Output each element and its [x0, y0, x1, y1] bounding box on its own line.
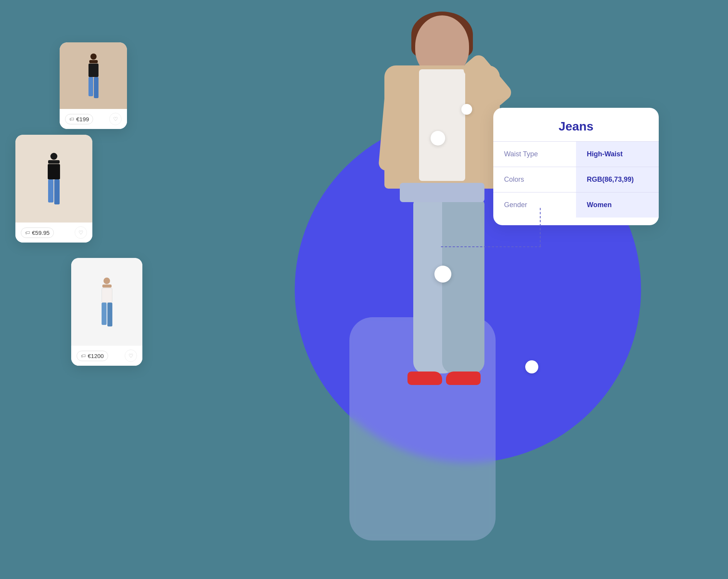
price-tag-1: 🏷 €199 — [65, 114, 93, 124]
price-tag-2: 🏷 €59.95 — [21, 228, 54, 238]
wishlist-btn-2[interactable]: ♡ — [75, 226, 87, 239]
waist-value: High-Waist — [576, 142, 659, 167]
card-2-image — [15, 135, 92, 223]
colors-value: RGB(86,73,99) — [576, 167, 659, 192]
tag-icon-3: 🏷 — [81, 353, 86, 359]
annotation-dot-shoulder — [461, 104, 472, 115]
card-1-footer: 🏷 €199 ♡ — [60, 109, 127, 129]
price-tag-3: 🏷 €1200 — [77, 351, 108, 361]
price-1: €199 — [76, 116, 89, 122]
annotation-dot-chest — [431, 131, 445, 146]
card-3-footer: 🏷 €1200 ♡ — [71, 346, 142, 366]
leg-right — [442, 200, 484, 373]
shirt — [419, 69, 465, 181]
price-3: €1200 — [88, 353, 104, 359]
product-card-1[interactable]: 🏷 €199 ♡ — [60, 42, 127, 129]
tag-icon-1: 🏷 — [69, 116, 74, 122]
price-2: €59.95 — [32, 229, 50, 236]
shoe-right — [446, 371, 481, 385]
card-3-image — [71, 258, 142, 346]
annotation-dot-hip — [434, 266, 451, 283]
table-row-gender: Gender Women — [493, 192, 659, 218]
jeans-waist — [400, 183, 484, 202]
tag-icon-2: 🏷 — [25, 230, 30, 236]
info-panel-title: Jeans — [493, 119, 659, 134]
info-panel: Jeans Waist Type High-Waist Colors RGB(8… — [493, 108, 659, 225]
gender-label: Gender — [493, 192, 576, 218]
product-card-3[interactable]: 🏷 €1200 ♡ — [71, 258, 142, 366]
connector-line — [441, 246, 541, 247]
info-table: Waist Type High-Waist Colors RGB(86,73,9… — [493, 141, 659, 218]
main-scene: 🏷 €199 ♡ 🏷 €59.95 ♡ — [0, 0, 728, 579]
table-row-waist: Waist Type High-Waist — [493, 142, 659, 167]
shoe-left — [407, 371, 442, 385]
wishlist-btn-1[interactable]: ♡ — [109, 113, 122, 125]
colors-label: Colors — [493, 167, 576, 192]
waist-label: Waist Type — [493, 142, 576, 167]
annotation-dot-shoe — [525, 360, 538, 373]
gender-value: Women — [576, 192, 659, 218]
product-card-2[interactable]: 🏷 €59.95 ♡ — [15, 135, 92, 243]
card-2-footer: 🏷 €59.95 ♡ — [15, 223, 92, 243]
wishlist-btn-3[interactable]: ♡ — [125, 350, 137, 362]
table-row-colors: Colors RGB(86,73,99) — [493, 167, 659, 192]
card-1-image — [60, 42, 127, 109]
connector-vertical — [540, 208, 541, 246]
